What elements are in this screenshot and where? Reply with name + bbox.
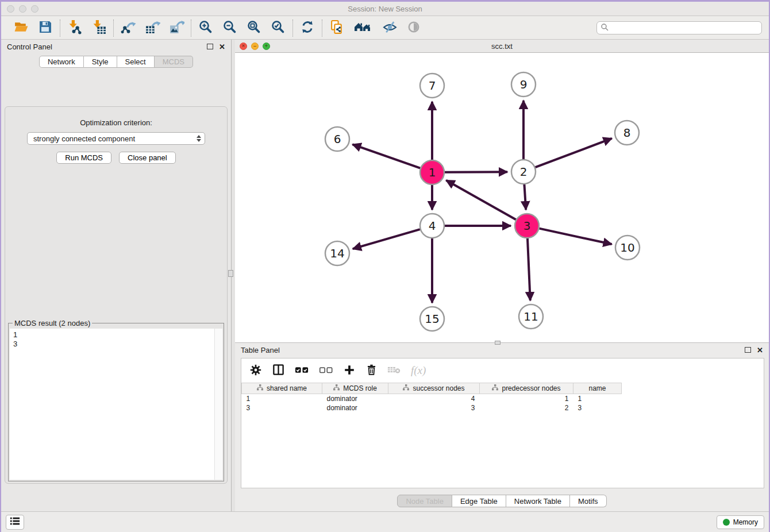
- maximize-window-button[interactable]: [31, 5, 38, 13]
- duplicate-network-button[interactable]: [329, 20, 345, 36]
- optimization-criterion-select[interactable]: strongly connected component: [27, 132, 205, 145]
- table-toolbar: f(x): [241, 358, 764, 383]
- show-graphics-details-button[interactable]: [406, 20, 422, 36]
- graph-edge-3-11[interactable]: [528, 238, 530, 300]
- close-panel-icon[interactable]: [219, 43, 225, 51]
- column-header-predecessor-nodes[interactable]: predecessor nodes: [480, 383, 573, 394]
- cell-shared-name[interactable]: 3: [242, 403, 322, 413]
- mcds-result-title: MCDS result (2 nodes): [13, 319, 92, 327]
- splitter-grip-icon[interactable]: [495, 341, 500, 345]
- network-canvas[interactable]: 7968124314101511: [235, 53, 769, 342]
- graph-node-label-6: 6: [334, 132, 341, 146]
- control-panel: Control Panel Network Style Select MCDS …: [1, 40, 231, 511]
- minimize-network-button[interactable]: [251, 43, 259, 50]
- add-column-button[interactable]: [343, 364, 356, 378]
- graph-node-label-4: 4: [429, 219, 436, 233]
- import-network-button[interactable]: [67, 20, 83, 36]
- table-row[interactable]: 3 dominator 3 2 3: [242, 403, 622, 413]
- window-controls: [7, 5, 38, 13]
- minimize-window-button[interactable]: [19, 5, 26, 13]
- open-session-button[interactable]: [13, 20, 29, 36]
- memory-status-icon: [723, 519, 730, 526]
- float-panel-icon[interactable]: [745, 347, 751, 353]
- cell-mcds-role[interactable]: dominator: [322, 394, 388, 403]
- delete-table-icon: [387, 365, 401, 376]
- zoom-selected-button[interactable]: [270, 20, 286, 36]
- delete-column-button[interactable]: [365, 364, 378, 377]
- cell-name[interactable]: 3: [573, 403, 622, 413]
- zoom-in-button[interactable]: [198, 20, 214, 36]
- network-overview-button[interactable]: [353, 20, 374, 36]
- export-network-button[interactable]: [120, 20, 136, 36]
- float-panel-icon[interactable]: [207, 44, 213, 49]
- vertical-splitter[interactable]: [231, 40, 235, 511]
- tab-style[interactable]: Style: [84, 56, 117, 68]
- close-window-button[interactable]: [7, 5, 14, 13]
- zoom-fit-icon: [247, 20, 261, 36]
- hide-graphics-details-button[interactable]: [382, 20, 398, 36]
- tab-edge-table[interactable]: Edge Table: [452, 495, 506, 507]
- close-panel-button[interactable]: Close panel: [119, 152, 176, 164]
- open-folder-icon: [14, 20, 29, 37]
- tab-select[interactable]: Select: [117, 56, 155, 68]
- cell-predecessor-nodes[interactable]: 2: [480, 403, 573, 413]
- graph-node-label-10: 10: [620, 241, 634, 255]
- import-table-button[interactable]: [91, 20, 107, 36]
- column-header-shared-name[interactable]: shared name: [242, 383, 322, 394]
- cell-successor-nodes[interactable]: 4: [388, 394, 480, 403]
- zoom-fit-button[interactable]: [246, 20, 262, 36]
- graph-edge-2-8[interactable]: [536, 138, 612, 167]
- panel-selector-button[interactable]: [6, 515, 24, 530]
- tab-network-table[interactable]: Network Table: [506, 495, 570, 507]
- eye-slash-icon: [382, 20, 398, 37]
- column-header-successor-nodes[interactable]: successor nodes: [388, 383, 480, 394]
- gear-icon: [249, 364, 262, 378]
- network-window-titlebar: scc.txt: [235, 40, 769, 53]
- export-table-icon: [145, 20, 160, 37]
- tab-network[interactable]: Network: [39, 56, 84, 68]
- select-all-button[interactable]: [295, 365, 309, 377]
- export-image-button[interactable]: [168, 20, 184, 36]
- column-header-name[interactable]: name: [573, 383, 622, 394]
- mcds-result-list: 1 3: [10, 329, 214, 480]
- table-settings-button[interactable]: [249, 364, 262, 378]
- control-panel-tabs: Network Style Select MCDS: [1, 56, 231, 68]
- save-session-button[interactable]: [37, 20, 53, 36]
- zoom-out-button[interactable]: [222, 20, 238, 36]
- save-floppy-icon: [38, 20, 53, 36]
- splitter-grip-icon[interactable]: [228, 270, 233, 277]
- graph-edge-4-14[interactable]: [353, 229, 420, 249]
- graph-edge-2-3[interactable]: [524, 184, 526, 210]
- result-scrollbar[interactable]: [214, 329, 222, 480]
- cell-name[interactable]: 1: [573, 394, 622, 403]
- graph-edge-1-2[interactable]: [445, 172, 507, 172]
- table-row[interactable]: 1 dominator 4 1 1: [242, 394, 622, 403]
- deselect-all-button[interactable]: [319, 365, 333, 377]
- graph-edge-3-10[interactable]: [539, 229, 611, 244]
- split-columns-button[interactable]: [272, 363, 285, 378]
- network-graph[interactable]: 7968124314101511: [235, 53, 770, 342]
- cell-predecessor-nodes[interactable]: 1: [480, 394, 573, 403]
- tab-mcds[interactable]: MCDS: [155, 56, 193, 68]
- delete-table-button[interactable]: [387, 365, 401, 376]
- close-panel-icon[interactable]: [757, 346, 763, 354]
- cell-successor-nodes[interactable]: 3: [388, 403, 480, 413]
- control-panel-header: Control Panel: [1, 40, 231, 53]
- export-table-button[interactable]: [144, 20, 160, 36]
- zoom-selected-icon: [271, 20, 286, 36]
- close-network-button[interactable]: [240, 43, 247, 50]
- column-header-mcds-role[interactable]: MCDS role: [322, 383, 388, 394]
- tab-motifs[interactable]: Motifs: [570, 495, 607, 507]
- cell-mcds-role[interactable]: dominator: [322, 403, 388, 413]
- cell-shared-name[interactable]: 1: [242, 394, 322, 403]
- tab-node-table[interactable]: Node Table: [397, 495, 452, 507]
- run-mcds-button[interactable]: Run MCDS: [56, 152, 111, 164]
- maximize-network-button[interactable]: [263, 43, 270, 50]
- graph-edge-1-6[interactable]: [352, 144, 420, 168]
- search-input[interactable]: [609, 24, 758, 32]
- memory-label: Memory: [733, 518, 758, 526]
- memory-button[interactable]: Memory: [717, 515, 764, 529]
- graph-edge-3-1[interactable]: [446, 180, 515, 219]
- function-builder-button[interactable]: f(x): [411, 364, 426, 377]
- refresh-view-button[interactable]: [299, 20, 315, 36]
